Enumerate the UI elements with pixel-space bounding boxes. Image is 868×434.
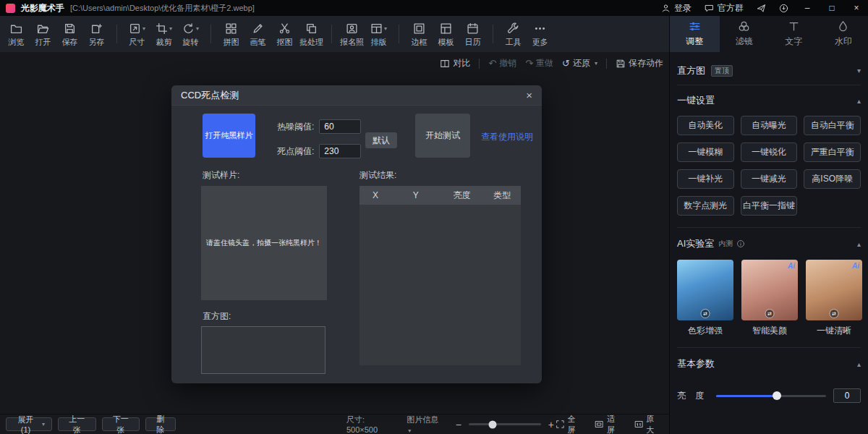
download-button[interactable] (779, 4, 788, 13)
dialog-header[interactable]: CCD死点检测 × (171, 85, 542, 106)
tab-adjust[interactable]: 调整 (670, 16, 720, 52)
open-black-sample-button[interactable]: 打开纯黑样片 (203, 114, 255, 158)
close-window-button[interactable]: × (851, 3, 862, 13)
chevron-down-icon: ▾ (42, 421, 45, 427)
chevron-down-icon[interactable]: ▾ (384, 25, 387, 32)
histogram-section-header[interactable]: 直方图 置顶 ▾ (677, 56, 861, 85)
one-key-sharpen-button[interactable]: 一键锐化 (741, 142, 798, 162)
basic-params-section-header[interactable]: 基本参数 ▴ (677, 348, 861, 380)
slider-knob[interactable] (773, 391, 781, 400)
one-key-section-header[interactable]: 一键设置 ▴ (677, 85, 861, 116)
auto-beautify-button[interactable]: 自动美化 (677, 116, 734, 135)
ai-thumb-smart-beauty[interactable]: Ai ⇄ (741, 260, 798, 320)
one-key-dim-light-button[interactable]: 一键减光 (741, 169, 798, 189)
ai-lab-title: AI实验室 (677, 237, 714, 250)
hot-noise-input[interactable] (319, 119, 361, 134)
toolbar-item-border[interactable]: 边框 (406, 22, 433, 46)
slider-fill (716, 395, 777, 397)
toolbar-divider (116, 25, 117, 43)
brightness-slider[interactable] (716, 391, 826, 401)
restore-button[interactable]: ↺ 还原 ▾ (562, 57, 597, 69)
chevron-up-icon[interactable]: ▴ (857, 97, 861, 105)
official-group-button[interactable]: 官方群 (705, 2, 744, 14)
tab-filter[interactable]: 滤镜 (720, 16, 770, 52)
toolbar-item-calendar[interactable]: 日历 (459, 22, 486, 46)
image-info-dropdown[interactable]: 图片信息 ▾ (407, 414, 444, 434)
digital-spot-metering-button[interactable]: 数字点测光 (677, 196, 734, 216)
strong-white-balance-button[interactable]: 严重白平衡 (804, 142, 861, 162)
default-button[interactable]: 默认 (365, 132, 397, 148)
undo-button[interactable]: ↶ 撤销 (488, 57, 516, 69)
tab-watermark[interactable]: 水印 (819, 16, 868, 52)
toolbar-item-collage[interactable]: 拼图 (218, 22, 244, 46)
save-action-button[interactable]: 保存动作 (616, 57, 663, 69)
pin-badge[interactable]: 置顶 (711, 65, 733, 77)
toolbar-item-save[interactable]: 保存 (56, 22, 83, 46)
toolbar-item-tools[interactable]: 工具 (500, 22, 527, 46)
start-test-button[interactable]: 开始测试 (415, 114, 470, 158)
ai-card-color-enhance[interactable]: ⇄ 色彩增强 (677, 260, 733, 337)
toolbar-item-brush[interactable]: 画笔 (244, 22, 271, 46)
ai-lab-section-header[interactable]: AI实验室 内测 ▴ (677, 228, 861, 260)
white-balance-one-key-button[interactable]: 白平衡一指键 (741, 196, 798, 216)
dead-pixel-input[interactable] (319, 144, 361, 158)
fit-screen-button[interactable]: 适屏 (595, 414, 622, 434)
redo-button[interactable]: ↷ 重做 (525, 57, 553, 69)
ai-thumb-color-enhance[interactable]: ⇄ (677, 260, 733, 320)
tab-text[interactable]: 文字 (769, 16, 819, 52)
one-key-fill-light-button[interactable]: 一键补光 (677, 169, 734, 189)
toolbar-item-crop[interactable]: ▾ 裁剪 (150, 22, 177, 46)
toolbar-label: 抠图 (277, 38, 293, 46)
toolbar-label: 边框 (412, 38, 427, 46)
chevron-down-icon[interactable]: ▾ (857, 67, 861, 75)
chevron-down-icon[interactable]: ▾ (169, 25, 172, 32)
toolbar-item-cutout[interactable]: 抠图 (271, 22, 298, 46)
chevron-down-icon[interactable]: ▾ (196, 25, 199, 32)
toolbar-item-batch[interactable]: 批处理 (298, 22, 325, 46)
ai-card-one-key-clarity[interactable]: Ai ⇄ 一键清晰 (806, 260, 862, 337)
toolbar-item-id-photo[interactable]: 报名照 (339, 22, 365, 46)
compare-button[interactable]: 对比 (440, 57, 470, 69)
delete-button[interactable]: 删除 (145, 417, 176, 431)
login-button[interactable]: 登录 (661, 2, 692, 14)
prev-image-button[interactable]: 上一张 (58, 417, 96, 431)
info-icon[interactable] (736, 239, 745, 248)
share-button[interactable] (757, 4, 766, 13)
group-label: 官方群 (718, 2, 744, 14)
chevron-up-icon[interactable]: ▴ (857, 360, 861, 368)
auto-exposure-button[interactable]: 自动曝光 (741, 116, 798, 135)
help-link[interactable]: 查看使用说明 (481, 131, 533, 143)
expand-button[interactable]: 展开(1) ▾ (6, 417, 52, 431)
minimize-button[interactable]: – (801, 3, 813, 13)
toolbar-item-more[interactable]: 更多 (527, 22, 553, 46)
maximize-button[interactable]: □ (826, 3, 838, 13)
zoom-slider[interactable] (469, 423, 541, 425)
brightness-value[interactable]: 0 (833, 388, 861, 403)
before-after-toggle-icon[interactable]: ⇄ (701, 309, 710, 318)
fullscreen-button[interactable]: 全屏 (556, 414, 583, 434)
image-size-label: 尺寸: 500×500 (346, 414, 396, 434)
chevron-up-icon[interactable]: ▴ (857, 240, 861, 248)
toolbar-item-size[interactable]: ▾ 尺寸 (124, 22, 150, 46)
ai-thumb-one-key-clarity[interactable]: Ai ⇄ (806, 260, 862, 320)
toolbar-item-layout[interactable]: ▾ 排版 (365, 22, 392, 46)
auto-white-balance-button[interactable]: 自动白平衡 (804, 116, 861, 135)
next-image-button[interactable]: 下一张 (102, 417, 140, 431)
chevron-down-icon[interactable]: ▾ (142, 25, 145, 32)
zoom-slider-knob[interactable] (488, 420, 496, 428)
zoom-out-button[interactable]: − (454, 420, 463, 430)
toolbar-item-browse[interactable]: 浏览 (3, 22, 30, 46)
toolbar-item-rotate[interactable]: ▾ 旋转 (177, 22, 204, 46)
toolbar-item-open[interactable]: 打开 (30, 22, 56, 46)
zoom-in-button[interactable]: + (547, 420, 556, 430)
toolbar-item-template[interactable]: 模板 (433, 22, 459, 46)
one-key-blur-button[interactable]: 一键模糊 (677, 142, 734, 162)
close-icon[interactable]: × (526, 90, 532, 101)
ai-card-smart-beauty[interactable]: Ai ⇄ 智能美颜 (741, 260, 798, 337)
before-after-toggle-icon[interactable]: ⇄ (765, 309, 775, 318)
toolbar-item-save-as[interactable]: 另存 (83, 22, 110, 46)
original-size-button[interactable]: 原大 (634, 414, 662, 434)
high-iso-denoise-button[interactable]: 高ISO降噪 (804, 169, 861, 189)
chevron-down-icon[interactable]: ▾ (595, 60, 597, 67)
before-after-toggle-icon[interactable]: ⇄ (830, 309, 839, 318)
